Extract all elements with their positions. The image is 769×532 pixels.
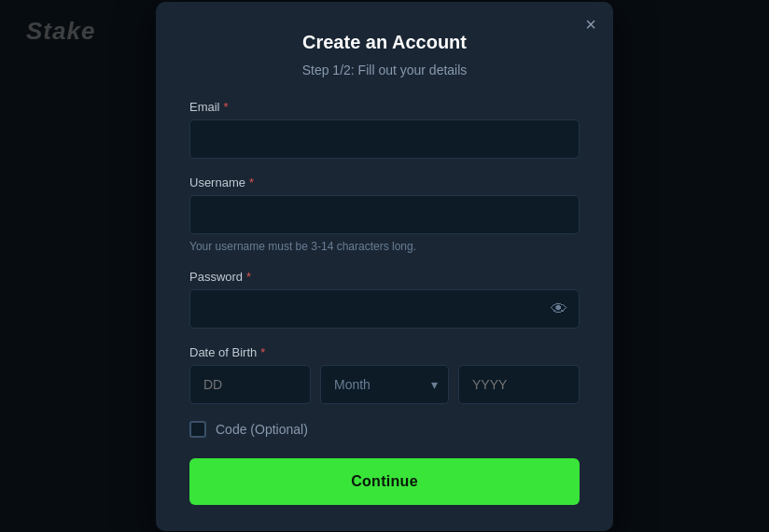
continue-button[interactable]: Continue <box>189 458 580 505</box>
password-field-group: Password * 👁 <box>189 270 580 329</box>
toggle-password-icon[interactable]: 👁 <box>551 299 567 318</box>
modal-title: Create an Account <box>189 32 580 53</box>
username-label: Username * <box>189 175 580 189</box>
dob-year-input[interactable] <box>458 365 580 404</box>
password-wrapper: 👁 <box>189 289 580 329</box>
email-field-group: Email * <box>189 100 580 159</box>
dob-year-wrapper <box>458 365 580 404</box>
code-optional-label: Code (Optional) <box>216 422 308 437</box>
dob-dd-wrapper <box>189 365 311 404</box>
password-input[interactable] <box>189 289 580 329</box>
password-required-star: * <box>246 270 251 284</box>
close-button[interactable]: × <box>585 15 596 34</box>
modal-overlay: × Create an Account Step 1/2: Fill out y… <box>0 0 769 532</box>
password-label: Password * <box>189 270 580 284</box>
dob-row: Month January February March April May J… <box>189 365 580 404</box>
create-account-modal: × Create an Account Step 1/2: Fill out y… <box>156 2 613 531</box>
username-required-star: * <box>249 175 254 189</box>
dob-field-group: Date of Birth * Month January February M… <box>189 345 580 404</box>
dob-required-star: * <box>260 345 265 359</box>
dob-month-wrapper: Month January February March April May J… <box>320 365 449 404</box>
dob-day-input[interactable] <box>189 365 311 404</box>
dob-label: Date of Birth * <box>189 345 580 359</box>
username-hint: Your username must be 3-14 characters lo… <box>189 240 580 253</box>
username-input[interactable] <box>189 195 580 234</box>
code-optional-checkbox[interactable] <box>189 421 206 438</box>
dob-month-select[interactable]: Month January February March April May J… <box>320 365 449 404</box>
modal-subtitle: Step 1/2: Fill out your details <box>189 63 580 77</box>
code-optional-row: Code (Optional) <box>189 421 580 438</box>
email-input[interactable] <box>189 119 580 159</box>
username-field-group: Username * Your username must be 3-14 ch… <box>189 175 580 253</box>
email-required-star: * <box>224 100 229 114</box>
email-label: Email * <box>189 100 580 114</box>
